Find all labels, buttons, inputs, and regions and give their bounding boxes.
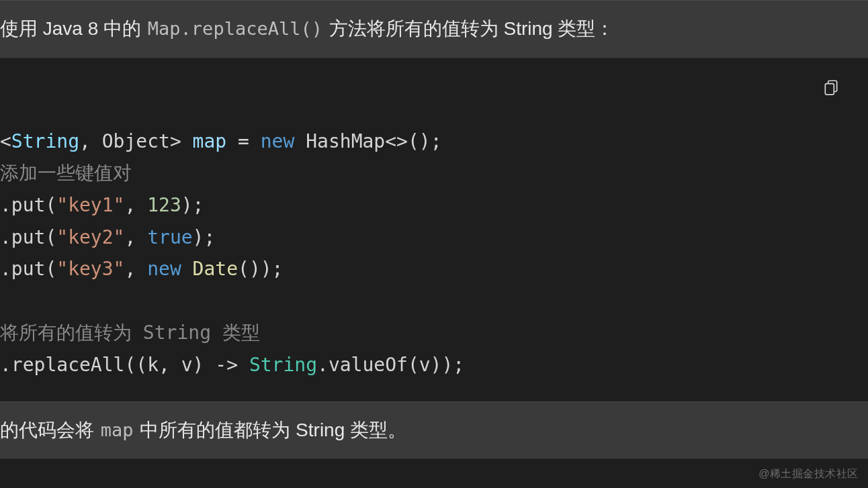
intro-inline-code: Map.replaceAll() <box>146 18 324 39</box>
code-token: new <box>147 258 181 280</box>
code-token: , <box>124 258 147 280</box>
code-token: String <box>11 130 79 152</box>
code-token: map <box>193 130 227 152</box>
outro-inline-code: map <box>99 420 135 440</box>
code-token: HashMap<>(); <box>294 130 441 152</box>
outro-paragraph: 的代码会将 map 中所有的值都转为 String 类型。 <box>0 401 868 460</box>
code-token: Date <box>193 258 238 280</box>
code-comment: 将所有的值转为 String 类型 <box>0 322 260 344</box>
code-token: Object <box>91 130 170 152</box>
intro-text-2: 方法将所有的值转为 String 类型： <box>324 18 614 39</box>
code-token: ); <box>181 194 204 216</box>
intro-text-1: 使用 Java 8 中的 <box>0 18 146 39</box>
code-token: , <box>124 226 147 248</box>
code-token: String <box>249 354 317 376</box>
code-token: .valueOf(v)); <box>317 354 464 376</box>
code-token <box>181 258 193 280</box>
code-block: <String, Object> map = new HashMap<>(); … <box>0 58 868 401</box>
watermark: @稀土掘金技术社区 <box>758 467 859 481</box>
code-token: .replaceAll((k, v) -> <box>0 354 249 376</box>
code-token: "key1" <box>56 194 124 216</box>
code-token: , <box>79 130 91 152</box>
code-token: ); <box>193 226 216 248</box>
code-token: 123 <box>147 194 181 216</box>
code-token: < <box>0 130 11 152</box>
code-token: .put( <box>0 226 56 248</box>
outro-text-1: 的代码会将 <box>0 420 99 440</box>
code-token: , <box>124 194 147 216</box>
code-token: .put( <box>0 258 56 280</box>
copy-icon <box>822 79 840 96</box>
code-comment: 添加一些键值对 <box>0 162 132 184</box>
code-token: true <box>147 226 192 248</box>
code-token: = <box>226 130 261 152</box>
code-token: "key2" <box>56 226 124 248</box>
code-token: new <box>261 130 295 152</box>
code-token: .put( <box>0 194 56 216</box>
svg-rect-1 <box>825 83 834 94</box>
code-token: > <box>170 130 193 152</box>
code-token: "key3" <box>56 258 124 280</box>
copy-button[interactable] <box>822 79 842 99</box>
intro-paragraph: 使用 Java 8 中的 Map.replaceAll() 方法将所有的值转为 … <box>0 0 868 58</box>
code-content: <String, Object> map = new HashMap<>(); … <box>0 79 868 401</box>
outro-text-2: 中所有的值都转为 String 类型。 <box>135 420 406 440</box>
code-token: ()); <box>238 258 283 280</box>
